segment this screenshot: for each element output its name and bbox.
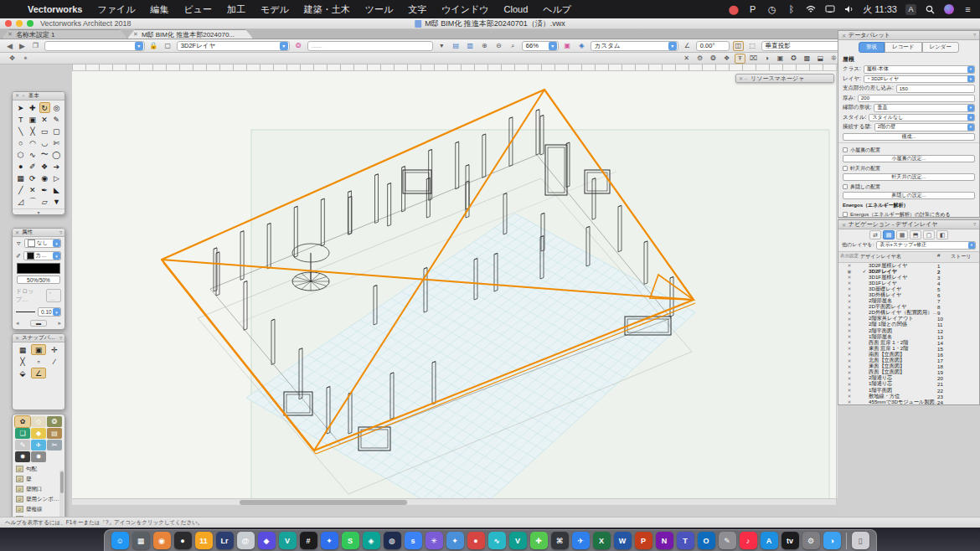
dock-app-blue-star[interactable]: ✦ (321, 532, 338, 549)
toolset-category-3[interactable]: ❏ (15, 428, 30, 439)
drawing-canvas[interactable]: ✕ − リソースマネージャ (72, 71, 836, 498)
basic-tool-27[interactable]: ▷ (51, 173, 62, 183)
dock-app-green-plus[interactable]: ✚ (530, 532, 548, 549)
basic-tool-20[interactable]: ● (15, 161, 26, 172)
view-combo[interactable]: カスタム▾ (591, 41, 678, 51)
hidden-icon[interactable]: ✕ (838, 328, 860, 333)
toolset-category-10[interactable]: ✸ (31, 451, 46, 462)
close-tab-icon[interactable]: ✕ (133, 31, 138, 38)
dock-app-onenote[interactable]: N (656, 532, 673, 549)
basic-tool-7[interactable]: ✎ (51, 114, 62, 125)
dropdown-icon[interactable]: ▾ (436, 41, 447, 51)
dots-field[interactable]: ...... (307, 41, 433, 51)
toolset-category-7[interactable]: ✈ (31, 440, 46, 451)
hidden-icon[interactable]: ✕ (838, 358, 860, 363)
basic-tool-14[interactable]: ◡ (39, 137, 50, 148)
checkbox-row-0[interactable]: 小屋裏の配置 (838, 145, 979, 154)
line-type-button[interactable]: ▬ (30, 320, 47, 327)
basic-tool-12[interactable]: ○ (15, 137, 26, 148)
menu-item-9[interactable]: ウインドウ (434, 4, 496, 14)
palette-titlebar[interactable]: ✕ 属性 ? (13, 229, 64, 237)
hidden-icon[interactable]: ✕ (838, 281, 860, 286)
basic-tool-10[interactable]: ▭ (39, 126, 50, 136)
menu-item-6[interactable]: 建築・土木 (297, 4, 358, 14)
menu-clock[interactable]: 火 11:33 (863, 3, 897, 16)
angle-field[interactable]: 0.00° (696, 41, 730, 51)
basic-tool-2[interactable]: ↻ (39, 102, 50, 113)
scroll-thumb[interactable] (240, 500, 407, 505)
toolset-item-2[interactable]: ▱壁開口 (13, 484, 64, 494)
dock-app-lightroom[interactable]: Lr (216, 532, 234, 549)
look-mode-icon[interactable]: ◫ (733, 41, 744, 51)
dock-app-music[interactable]: ♪ (740, 532, 757, 549)
opacity-button[interactable]: 50%/50% (17, 276, 60, 284)
close-icon[interactable]: ✕ (15, 229, 19, 235)
line-weight-combo[interactable]: 0.10▾ (38, 307, 61, 317)
basic-tool-1[interactable]: ✚ (27, 102, 38, 113)
tool-icon-0[interactable]: ✕ (681, 54, 692, 64)
toolset-category-8[interactable]: ✂ (47, 440, 62, 451)
tool-icon-left-1[interactable]: ⌖ (20, 54, 31, 64)
checkbox-row-1[interactable]: 軒天井の配置 (838, 163, 979, 173)
hidden-icon[interactable]: ✕ (838, 334, 860, 339)
nav-mode-icon-2[interactable]: ▦ (896, 230, 908, 239)
nav-mode-icon-5[interactable]: ◧ (936, 230, 948, 239)
column-header-2[interactable]: # (937, 253, 951, 260)
close-icon[interactable]: ✕ (15, 335, 19, 341)
attr-prev-button[interactable]: ◂ (16, 320, 19, 327)
angle-icon[interactable]: ∠ (682, 41, 693, 51)
dock-app-launchpad[interactable]: ▦ (132, 532, 150, 549)
hidden-icon[interactable]: ✕ (838, 286, 860, 291)
dock-app-appstore[interactable]: A (761, 532, 778, 549)
toolset-item-4[interactable]: ▱壁複線 (13, 504, 64, 514)
dock-app-settings[interactable]: ⚙ (802, 532, 820, 549)
dock-app-dark-cmd[interactable]: ⌘ (551, 532, 569, 549)
dock-app-trash[interactable]: ▯ (852, 532, 869, 549)
lock-icon[interactable]: 🔒 (148, 41, 159, 51)
basic-tool-8[interactable]: ╲ (15, 126, 26, 136)
dock-app-teal-diamond[interactable]: ◈ (363, 532, 380, 549)
zoom-in-icon[interactable]: ⊕ (479, 41, 490, 51)
hidden-icon[interactable]: ✕ (838, 340, 860, 345)
close-icon[interactable]: ✕ (842, 33, 846, 39)
clip-cube-icon[interactable]: ⬚ (747, 41, 758, 51)
palette-expander[interactable]: ▾ (13, 209, 64, 215)
basic-tool-23[interactable]: ➔ (51, 161, 62, 172)
dock-app-finder[interactable]: ☺ (111, 532, 129, 549)
tool-icon-5[interactable]: ⌧ (748, 54, 759, 64)
basic-tool-3[interactable]: ◎ (51, 102, 62, 113)
dock-app-purple-cube[interactable]: ◆ (258, 532, 276, 549)
hidden-icon[interactable]: ✕ (838, 299, 860, 304)
basic-tool-18[interactable]: 〜 (39, 149, 50, 160)
help-icon[interactable]: ? (973, 222, 976, 227)
dock-app-safari[interactable]: ◑ (823, 532, 841, 549)
basic-tool-13[interactable]: ◠ (27, 137, 38, 148)
dock-app-blue-plane[interactable]: ✈ (572, 532, 590, 549)
column-header-1[interactable]: デザインレイヤ名 (860, 253, 937, 260)
basic-tool-0[interactable]: ➤ (15, 102, 26, 113)
toolset-category-1[interactable]: ◇ (31, 416, 46, 427)
window-titlebar[interactable]: Vectorworks Architect 2018 M邸 BIM化 推進本部2… (0, 18, 980, 29)
toolset-scrollbar[interactable] (59, 470, 64, 522)
snap-tool-3[interactable]: ╳ (15, 356, 30, 367)
toolset-item-0[interactable]: ▱勾配 (13, 464, 64, 474)
document-tab-1[interactable]: ✕M邸 BIM化 推進本部2024070... (127, 29, 253, 39)
basic-tool-30[interactable]: ✒ (39, 184, 50, 195)
basic-tool-16[interactable]: ⬡ (15, 149, 26, 160)
basic-tool-17[interactable]: ∿ (27, 149, 38, 160)
save-icon[interactable]: ▤ (451, 41, 462, 51)
basic-tool-31[interactable]: ◣ (51, 184, 62, 195)
palette-titlebar[interactable]: ✕ スナップパ… ? (13, 334, 64, 342)
basic-tool-34[interactable]: ▱ (39, 196, 50, 207)
field-input[interactable]: 150 (896, 85, 975, 93)
palette-titlebar[interactable]: ✕ ＋ 基本 (13, 92, 64, 100)
checkbox[interactable] (843, 166, 848, 171)
hidden-icon[interactable]: ✕ (838, 275, 860, 280)
hidden-icon[interactable]: ✕ (838, 293, 860, 298)
help-icon[interactable]: ? (973, 33, 976, 38)
settings-button-0[interactable]: 小屋裏の設定... (843, 155, 975, 163)
tool-icon-2[interactable]: ❂ (708, 54, 719, 64)
wifi-icon[interactable] (805, 4, 816, 15)
energos-checkbox-row[interactable]: Energos（エネルギー解析）の計算に含める (838, 209, 979, 218)
back-button[interactable]: ◀ (5, 42, 14, 50)
